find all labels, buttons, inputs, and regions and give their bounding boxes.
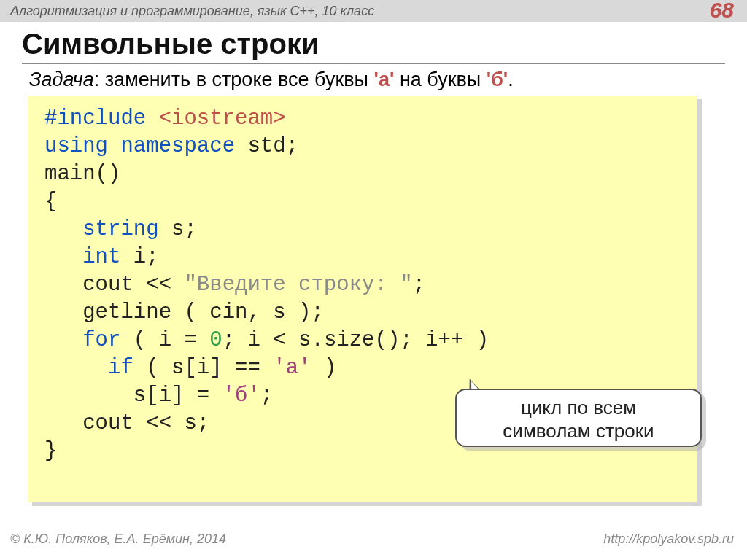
task-text: Задача: заменить в строке все буквы 'а' … <box>29 69 725 91</box>
copyright-text: © К.Ю. Поляков, Е.А. Ерёмин, 2014 <box>10 532 226 547</box>
course-title: Алгоритмизация и программирование, язык … <box>10 4 374 18</box>
task-label: Задача <box>29 69 94 90</box>
callout-bubble: цикл по всем символам строки <box>455 389 702 447</box>
char-a: 'а' <box>374 69 395 90</box>
callout-line2: символам строки <box>503 420 654 442</box>
course-title-bar: Алгоритмизация и программирование, язык … <box>0 0 747 22</box>
slide-title: Символьные строки <box>22 28 320 61</box>
slide: Алгоритмизация и программирование, язык … <box>0 0 747 560</box>
char-b: 'б' <box>487 69 508 90</box>
footer-url: http://kpolyakov.spb.ru <box>603 532 734 547</box>
page-number: 68 <box>710 0 734 23</box>
title-divider <box>22 63 725 64</box>
callout-line1: цикл по всем <box>521 397 636 419</box>
